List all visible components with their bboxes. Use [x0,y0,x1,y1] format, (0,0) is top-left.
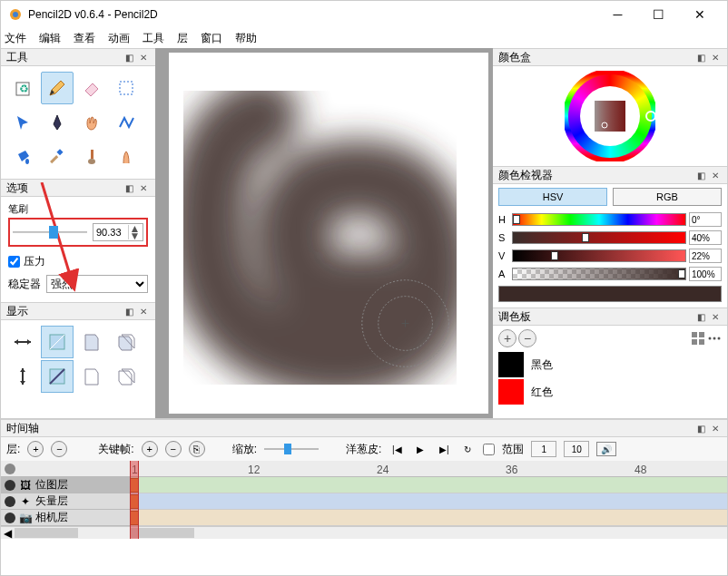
maximize-button[interactable]: ☐ [638,2,679,27]
close-icon[interactable]: ✕ [709,422,722,434]
v-value[interactable]: 22% [689,249,722,263]
sound-button[interactable]: 🔊 [596,442,616,456]
undock-icon[interactable]: ◧ [123,181,135,194]
close-icon[interactable]: ✕ [137,305,150,317]
svg-rect-13 [50,155,58,163]
a-value[interactable]: 100% [689,267,722,281]
tool-move[interactable] [6,106,39,139]
disp-thin-lines[interactable] [41,326,74,358]
minimize-button[interactable]: ─ [597,2,638,27]
range-from[interactable]: 1 [531,441,556,457]
v-label: V [498,250,509,261]
tab-hsv[interactable]: HSV [498,188,607,206]
menu-anim[interactable]: 动画 [108,31,130,46]
tool-brush[interactable] [75,141,108,173]
layer-add[interactable]: + [27,441,44,457]
disp-mirror-h[interactable] [6,326,39,358]
layer-row[interactable]: ✦矢量层 [1,493,130,510]
svg-rect-48 [692,339,697,345]
range-to[interactable]: 10 [564,441,589,457]
tool-polyline[interactable] [110,106,143,139]
color-wheel[interactable] [493,66,727,166]
svg-marker-9 [54,115,61,130]
layer-row[interactable]: 🖼位图层 [1,477,130,493]
h-value[interactable]: 0° [689,212,722,227]
close-icon[interactable]: ✕ [709,51,722,63]
close-icon[interactable]: ✕ [137,181,150,194]
a-slider[interactable] [512,268,686,280]
key-remove[interactable]: − [165,441,182,457]
undock-icon[interactable]: ◧ [694,422,707,434]
layer-row[interactable]: 📷相机层 [1,510,130,526]
palette-add[interactable]: + [498,329,516,347]
palette-grid-icon[interactable] [691,331,705,346]
palette-item[interactable]: 红色 [498,378,722,405]
stabilizer-label: 稳定器 [8,277,41,292]
brush-size-slider[interactable] [13,224,87,240]
undock-icon[interactable]: ◧ [123,51,135,63]
canvas-area[interactable] [155,48,493,418]
tool-eyedropper[interactable] [41,141,74,173]
h-label: H [498,214,509,225]
svg-rect-46 [692,332,697,337]
tool-eraser[interactable] [75,72,108,104]
svg-rect-49 [699,339,704,345]
tool-select[interactable] [110,72,143,104]
tool-bucket[interactable] [6,141,39,173]
pressure-checkbox[interactable] [8,256,20,268]
disp-overlay[interactable] [110,326,143,358]
disp-mirror-v[interactable] [6,360,39,393]
range-checkbox[interactable] [483,444,495,455]
timeline-ruler[interactable]: 1 12 24 36 48 [130,461,727,477]
menu-window[interactable]: 窗口 [201,31,222,46]
palette-item[interactable]: 黑色 [498,351,722,378]
play-first[interactable]: |◀ [389,442,405,456]
close-icon[interactable]: ✕ [709,310,722,323]
brush-size-input[interactable] [93,227,128,238]
play-last[interactable]: ▶| [436,442,452,456]
close-icon[interactable]: ✕ [709,169,722,181]
menu-view[interactable]: 查看 [74,31,95,46]
stabilizer-select[interactable]: 强烈 [46,275,148,293]
menu-tools[interactable]: 工具 [143,31,164,46]
menu-help[interactable]: 帮助 [235,31,257,46]
v-slider[interactable] [512,249,686,262]
s-slider[interactable] [512,231,686,244]
palette-remove[interactable]: − [518,329,536,347]
menu-edit[interactable]: 编辑 [39,31,61,46]
play-play[interactable]: ▶ [412,442,428,456]
s-value[interactable]: 40% [689,230,722,245]
timeline-zoom-slider[interactable] [264,443,319,455]
tab-rgb[interactable]: RGB [613,188,722,206]
undock-icon[interactable]: ◧ [123,305,135,317]
tool-pen[interactable] [41,106,74,139]
close-icon[interactable]: ✕ [137,51,150,63]
track-bitmap[interactable] [130,477,727,493]
palette-menu-icon[interactable] [707,331,722,346]
tool-clear[interactable]: ♻ [6,72,39,104]
disp-outlines[interactable] [75,326,108,358]
close-button[interactable]: ✕ [679,2,720,27]
loop-button[interactable]: ↻ [459,442,476,456]
key-add[interactable]: + [142,441,158,457]
undock-icon[interactable]: ◧ [694,310,707,323]
undock-icon[interactable]: ◧ [694,169,707,181]
tool-pencil[interactable] [41,72,74,104]
undock-icon[interactable]: ◧ [694,51,707,63]
swatch-red[interactable] [498,379,524,405]
key-dup[interactable]: ⎘ [189,441,205,457]
swatch-black[interactable] [498,352,524,377]
h-slider[interactable] [512,213,686,226]
layer-remove[interactable]: − [51,441,67,457]
track-camera[interactable] [130,510,727,526]
menu-file[interactable]: 文件 [5,31,26,46]
tool-smudge[interactable] [110,141,143,173]
brush-size-spinner[interactable]: ▲▼ [93,223,143,241]
disp-thin-lines-2[interactable] [41,360,74,393]
playhead[interactable] [130,461,139,539]
tool-hand[interactable] [75,106,108,139]
track-vector[interactable] [130,493,727,510]
disp-overlay-2[interactable] [110,360,143,393]
menu-layer[interactable]: 层 [177,31,188,46]
disp-outlines-2[interactable] [75,360,108,393]
